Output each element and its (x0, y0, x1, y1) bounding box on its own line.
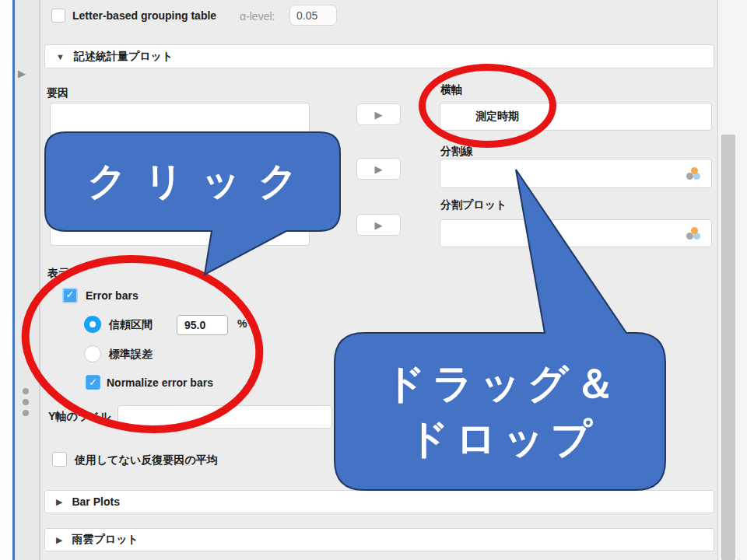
panel-left-gutter (15, 0, 39, 560)
assign-separate-lines-button[interactable]: ▶ (356, 158, 401, 180)
alpha-level-label: α-level: (240, 10, 275, 23)
panel-drag-handle-dot[interactable] (23, 399, 29, 405)
letter-grouping-checkbox[interactable] (51, 9, 65, 23)
panel-drag-handle-dot[interactable] (23, 388, 29, 394)
interaction-terms-icon (686, 167, 700, 180)
separate-plots-dropzone[interactable] (440, 219, 712, 247)
assign-separate-plots-button[interactable]: ▶ (356, 214, 401, 236)
arrow-right-icon: ▶ (375, 109, 383, 121)
factors-list-label: 要因 (47, 86, 68, 100)
collapse-closed-icon: ▶ (56, 535, 62, 545)
collapse-closed-icon: ▶ (56, 497, 62, 507)
assign-horizontal-axis-button[interactable]: ▶ (356, 103, 401, 125)
arrow-right-icon: ▶ (375, 219, 383, 231)
panel-left-divider (39, 0, 40, 560)
section-descriptive-plots[interactable]: ▼ 記述統計量プロット (44, 44, 714, 68)
collapse-open-icon: ▼ (56, 52, 65, 61)
pool-unused-factors-checkbox[interactable] (52, 452, 67, 467)
alpha-level-value: 0.05 (296, 9, 317, 22)
separate-plots-label: 分割プロット (440, 198, 507, 212)
separate-lines-dropzone[interactable] (440, 159, 712, 188)
section-title: Bar Plots (72, 495, 119, 508)
jasp-options-panel: ▶ Letter-based grouping table α-level: 0… (0, 0, 747, 560)
section-title: 雨雲プロット (72, 533, 138, 547)
section-title: 記述統計量プロット (74, 50, 173, 64)
section-raincloud-plots[interactable]: ▶ 雨雲プロット (44, 528, 714, 551)
drag-drop-line2: ドロップ (408, 411, 598, 467)
separate-lines-label: 分割線 (440, 145, 473, 159)
left-margin (0, 0, 12, 560)
drag-drop-line1: ドラッグ＆ (384, 356, 622, 411)
section-bar-plots[interactable]: ▶ Bar Plots (44, 490, 714, 513)
drag-drop-annotation-text: ドラッグ＆ ドロップ (335, 332, 665, 490)
collapse-panel-icon[interactable]: ▶ (18, 68, 26, 79)
panel-drag-handle-dot[interactable] (23, 410, 29, 416)
arrow-right-icon: ▶ (375, 163, 383, 175)
highlight-oval-horizontal-axis (419, 64, 556, 148)
letter-grouping-label: Letter-based grouping table (72, 9, 216, 22)
alpha-level-input[interactable]: 0.05 (289, 5, 337, 26)
factors-available-list[interactable] (50, 103, 310, 246)
vertical-scrollbar[interactable] (721, 135, 735, 560)
interaction-terms-icon (686, 227, 700, 240)
pool-unused-factors-label: 使用してない反復要因の平均 (75, 453, 218, 467)
